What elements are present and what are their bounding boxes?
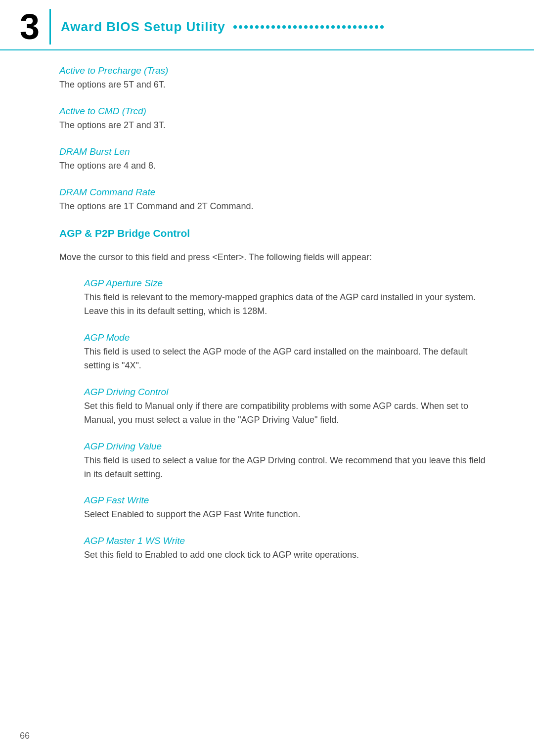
entry-body-active-precharge: The options are 5T and 6T. [59,78,494,92]
entry-title-agp-mode: AGP Mode [84,332,494,343]
chapter-number: 3 [0,9,51,44]
entry-title-agp-aperture: AGP Aperture Size [84,278,494,289]
entry-title-dram-burst: DRAM Burst Len [59,146,494,157]
header-bar: 3 Award BIOS Setup Utility [0,0,534,50]
entry-body-dram-command: The options are 1T Command and 2T Comman… [59,200,494,214]
entry-active-to-precharge: Active to Precharge (Tras) The options a… [59,65,494,92]
entry-title-active-cmd: Active to CMD (Trcd) [59,106,494,117]
entry-title-agp-driving-value: AGP Driving Value [84,441,494,452]
header-title: Award BIOS Setup Utility [61,19,384,35]
entry-dram-burst-len: DRAM Burst Len The options are 4 and 8. [59,146,494,173]
entry-body-agp-driving-control: Set this field to Manual only if there a… [84,400,494,427]
section-heading-agp: AGP & P2P Bridge Control [59,227,494,239]
entry-title-agp-fast-write: AGP Fast Write [84,495,494,506]
entry-body-dram-burst: The options are 4 and 8. [59,159,494,173]
entry-body-active-cmd: The options are 2T and 3T. [59,119,494,133]
page-number: 66 [20,731,30,741]
entry-agp-master-ws-write: AGP Master 1 WS Write Set this field to … [84,535,494,562]
entry-body-agp-aperture: This field is relevant to the memory-map… [84,291,494,318]
entry-body-agp-mode: This field is used to select the AGP mod… [84,345,494,373]
entry-body-agp-driving-value: This field is used to select a value for… [84,454,494,482]
entry-title-active-precharge: Active to Precharge (Tras) [59,65,494,76]
entry-body-agp-fast-write: Select Enabled to support the AGP Fast W… [84,508,494,522]
header-dots [233,25,384,29]
entry-agp-mode: AGP Mode This field is used to select th… [84,332,494,373]
entry-title-agp-driving-control: AGP Driving Control [84,387,494,398]
entry-title-dram-command: DRAM Command Rate [59,187,494,198]
entry-title-agp-master-ws: AGP Master 1 WS Write [84,535,494,546]
section-paragraph-agp: Move the cursor to this field and press … [59,250,494,265]
header-title-text: Award BIOS Setup Utility [61,19,225,35]
entry-agp-fast-write: AGP Fast Write Select Enabled to support… [84,495,494,522]
sub-entries-container: AGP Aperture Size This field is relevant… [59,278,494,562]
content-area: Active to Precharge (Tras) The options a… [0,65,534,606]
entry-agp-aperture-size: AGP Aperture Size This field is relevant… [84,278,494,318]
entry-agp-driving-control: AGP Driving Control Set this field to Ma… [84,387,494,427]
entry-dram-command-rate: DRAM Command Rate The options are 1T Com… [59,187,494,214]
page-container: 3 Award BIOS Setup Utility [0,0,534,756]
entry-agp-driving-value: AGP Driving Value This field is used to … [84,441,494,482]
entry-body-agp-master-ws: Set this field to Enabled to add one clo… [84,548,494,562]
entry-active-to-cmd: Active to CMD (Trcd) The options are 2T … [59,106,494,133]
